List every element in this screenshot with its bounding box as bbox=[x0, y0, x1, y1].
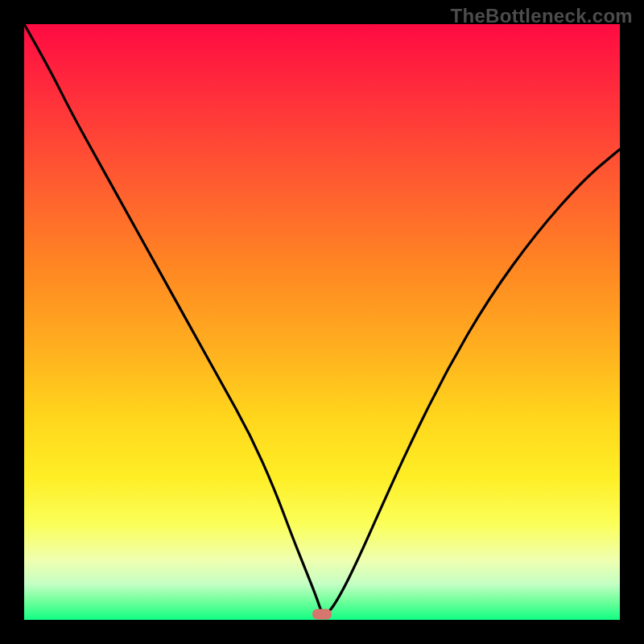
chart-frame: TheBottleneck.com bbox=[0, 0, 644, 644]
curve-path bbox=[24, 24, 620, 614]
plot-area bbox=[24, 24, 620, 620]
bottleneck-curve bbox=[24, 24, 620, 620]
optimal-point-marker bbox=[312, 609, 332, 619]
watermark-text: TheBottleneck.com bbox=[451, 5, 633, 27]
